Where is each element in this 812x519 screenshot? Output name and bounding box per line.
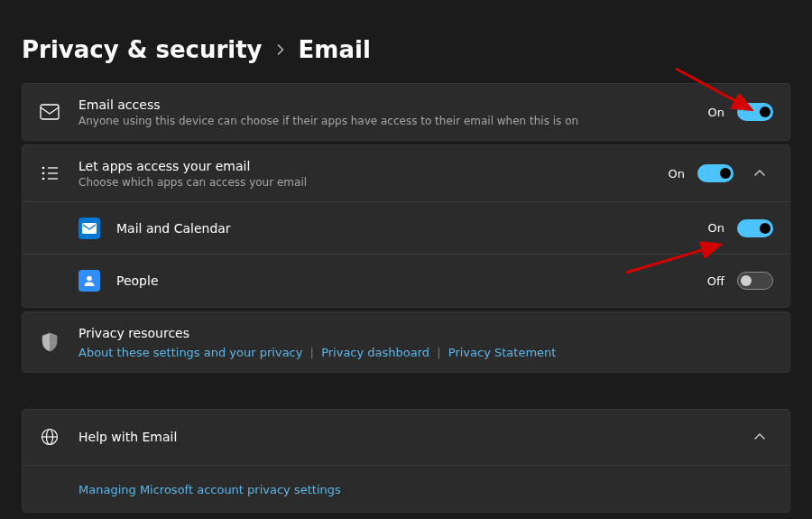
app-mail-state-label: On [708, 221, 724, 235]
email-access-title: Email access [78, 97, 694, 113]
globe-icon [39, 426, 60, 448]
privacy-resources-title: Privacy resources [78, 325, 773, 341]
let-apps-expander[interactable] [746, 160, 773, 187]
app-people-state-label: Off [707, 274, 724, 288]
app-row-people: People Off [23, 255, 789, 307]
help-header-row[interactable]: Help with Email [23, 410, 789, 466]
help-link-manage-privacy[interactable]: Managing Microsoft account privacy setti… [78, 483, 341, 496]
link-separator: | [437, 346, 440, 359]
breadcrumb-parent[interactable]: Privacy & security [22, 36, 263, 63]
svg-point-8 [87, 276, 92, 282]
envelope-icon [39, 101, 60, 123]
let-apps-state-label: On [669, 167, 685, 181]
link-separator: | [310, 346, 314, 359]
breadcrumb: Privacy & security Email [0, 0, 812, 83]
breadcrumb-current: Email [299, 36, 371, 63]
app-people-toggle[interactable] [737, 272, 773, 290]
app-row-mail: Mail and Calendar On [23, 202, 789, 255]
email-access-card: Email access Anyone using this device ca… [22, 83, 790, 141]
let-apps-toggle[interactable] [697, 164, 734, 182]
app-name-mail: Mail and Calendar [116, 220, 694, 236]
svg-rect-0 [41, 105, 59, 119]
people-app-icon [78, 270, 100, 292]
app-mail-toggle[interactable] [737, 219, 773, 237]
chevron-right-icon [275, 44, 286, 55]
svg-rect-7 [82, 223, 97, 234]
let-apps-card: Let apps access your email Choose which … [22, 144, 790, 308]
email-access-state-label: On [708, 106, 724, 119]
let-apps-subtitle: Choose which apps can access your email [78, 176, 654, 189]
svg-point-2 [42, 172, 45, 175]
email-access-subtitle: Anyone using this device can choose if t… [78, 115, 694, 127]
svg-point-3 [42, 178, 45, 181]
email-access-toggle[interactable] [737, 103, 773, 121]
let-apps-title: Let apps access your email [78, 158, 654, 174]
help-expander[interactable] [746, 423, 773, 450]
link-about-settings[interactable]: About these settings and your privacy [78, 346, 302, 359]
mail-app-icon [78, 218, 100, 239]
privacy-resources-card: Privacy resources About these settings a… [22, 311, 790, 372]
list-icon [39, 162, 60, 184]
svg-point-1 [42, 167, 45, 170]
app-name-people: People [116, 273, 693, 289]
link-privacy-dashboard[interactable]: Privacy dashboard [321, 346, 429, 359]
help-card: Help with Email Managing Microsoft accou… [22, 409, 790, 513]
link-privacy-statement[interactable]: Privacy Statement [448, 346, 557, 359]
help-title: Help with Email [78, 429, 732, 445]
shield-icon [39, 331, 60, 353]
